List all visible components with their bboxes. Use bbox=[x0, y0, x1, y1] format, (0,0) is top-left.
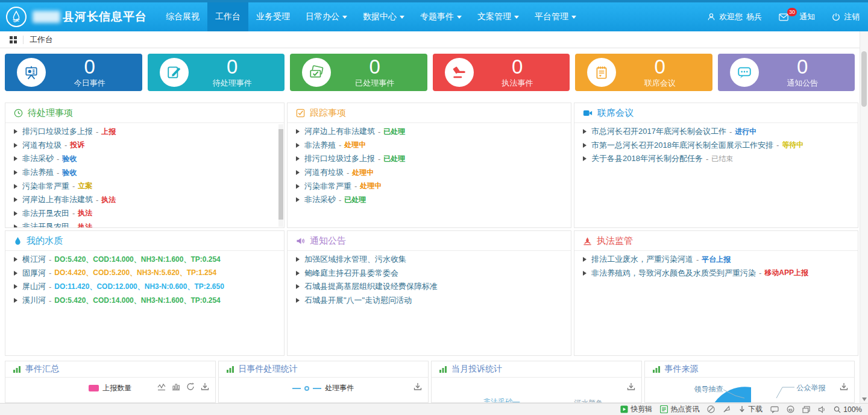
list-item[interactable]: 固厚河-DO:4.420、COD:5.200、NH3-N:5.620、TP:1.… bbox=[14, 267, 275, 280]
panel-header: 通知公告 bbox=[288, 231, 571, 251]
water-metrics: DO:5.420、COD:14.000、NH3-N:1.600、TP:0.254 bbox=[54, 296, 220, 306]
caret-right-icon bbox=[14, 184, 17, 189]
chart-daily-event-stats: 日事件处理统计 处理事件 bbox=[218, 361, 429, 403]
pie-label: 公众举报 bbox=[797, 383, 826, 393]
refresh-icon[interactable] bbox=[186, 382, 195, 391]
menu-item-overview[interactable]: 综合展视 bbox=[158, 2, 207, 31]
caret-right-icon bbox=[583, 156, 587, 161]
zoom-level: 100% bbox=[843, 405, 862, 414]
menu-item-workbench[interactable]: 工作台 bbox=[207, 2, 248, 31]
list-item[interactable]: 市总河长召开2017年底河长制会议工作-进行中 bbox=[583, 125, 849, 139]
menu-item-business[interactable]: 业务受理 bbox=[248, 2, 298, 31]
list-item[interactable]: 非法开垦农田-执法 bbox=[14, 207, 275, 221]
zoom-control[interactable]: 100% bbox=[834, 405, 862, 414]
bar-chart-toggle-icon[interactable] bbox=[172, 383, 180, 391]
list-item[interactable]: 河道有垃圾-处理中 bbox=[296, 166, 562, 180]
download-icon[interactable] bbox=[627, 382, 635, 391]
list-item[interactable]: 非法养殖-验收 bbox=[14, 166, 275, 180]
browser-engine-button[interactable] bbox=[787, 405, 794, 413]
list-item[interactable]: 河岸边上有非法建筑-执法 bbox=[14, 193, 275, 207]
accelerator-button[interactable] bbox=[707, 405, 715, 413]
apps-grid-icon[interactable] bbox=[10, 36, 17, 43]
list-item[interactable]: 关于各县2018年河长制分配任务-已结束 bbox=[583, 152, 849, 166]
menu-item-document-mgmt[interactable]: 文案管理 bbox=[470, 2, 527, 31]
status-badge: 验收 bbox=[62, 154, 77, 164]
feedback-button[interactable] bbox=[770, 406, 779, 413]
chart-header: 事件来源 bbox=[645, 361, 855, 378]
scrollbar-thumb[interactable] bbox=[278, 129, 283, 220]
list-item[interactable]: 石城县提高基层组织建设经费保障标准 bbox=[296, 280, 562, 294]
logout-button[interactable]: 注销 bbox=[832, 11, 860, 22]
list-item[interactable]: 污染非常严重-立案 bbox=[14, 179, 275, 193]
list-item[interactable]: 非法开垦农田-执法 bbox=[14, 220, 275, 228]
user-menu[interactable]: 欢迎您 杨兵 bbox=[707, 11, 762, 22]
stat-value: 0 bbox=[616, 57, 704, 77]
stat-card-handled-events[interactable]: 0 已处理事件 bbox=[290, 54, 427, 91]
download-icon[interactable] bbox=[201, 382, 209, 391]
list-item[interactable]: 非法采砂-验收 bbox=[14, 152, 275, 166]
panel-title: 我的水质 bbox=[27, 235, 63, 247]
caret-right-icon bbox=[296, 170, 300, 175]
list-item[interactable]: 排污口垃圾过多上报-上报 bbox=[14, 125, 275, 139]
list-item[interactable]: 溪川河-DO:5.420、COD:14.000、NH3-N:1.600、TP:0… bbox=[14, 294, 275, 308]
page-scrollbar[interactable] bbox=[860, 31, 868, 403]
list-item[interactable]: 非法养殖-处理中 bbox=[296, 139, 562, 153]
bar-chart-icon bbox=[13, 366, 21, 373]
list-item[interactable]: 加强区域排水管理、污水收集 bbox=[296, 253, 562, 267]
list-item[interactable]: 石城县开展"八一"走访慰问活动 bbox=[296, 294, 562, 308]
status-badge: 已处理 bbox=[383, 154, 405, 164]
line-chart-toggle-icon[interactable] bbox=[157, 383, 166, 391]
scrollbar-thumb[interactable] bbox=[861, 51, 867, 107]
panel-scrollbar[interactable] bbox=[278, 124, 283, 227]
news-icon bbox=[660, 405, 668, 413]
status-badge: 处理中 bbox=[352, 168, 374, 178]
caret-right-icon bbox=[14, 224, 17, 228]
pie-label: 非法采砂— bbox=[483, 397, 520, 403]
list-item[interactable]: 河道有垃圾-投诉 bbox=[14, 139, 275, 153]
list-item[interactable]: 横江河-DO:5.420、COD:14.000、NH3-N:1.600、TP:0… bbox=[14, 253, 275, 267]
e-browser-icon bbox=[787, 405, 794, 413]
list-item[interactable]: 河岸边上有非法建筑-已处理 bbox=[296, 125, 562, 139]
quick-clip-button[interactable]: 快剪辑 bbox=[620, 404, 652, 414]
mute-button[interactable] bbox=[818, 406, 826, 413]
list-item[interactable]: 屏山河-DO:11.420、COD:12.000、NH3-N:0.600、TP:… bbox=[14, 280, 275, 294]
chart-legend[interactable]: 处理事件 bbox=[219, 383, 429, 393]
edit-icon bbox=[166, 65, 182, 80]
list-item[interactable]: 鲍峰庭主持召开县委常委会 bbox=[296, 267, 562, 280]
chart-header: 当月投诉统计 bbox=[432, 361, 641, 378]
stat-card-notices[interactable]: 0 通知公告 bbox=[718, 54, 855, 91]
panel-title: 跟踪事项 bbox=[310, 107, 346, 119]
stat-card-pending-events[interactable]: 0 待处理事件 bbox=[148, 54, 285, 91]
message-bubble-icon bbox=[770, 406, 779, 413]
status-badge: 投诉 bbox=[70, 140, 84, 150]
flag-button[interactable] bbox=[723, 405, 731, 413]
presentation-icon bbox=[24, 65, 39, 80]
stat-card-enforcement-events[interactable]: 0 执法事件 bbox=[433, 54, 570, 91]
status-badge: 处理中 bbox=[344, 140, 366, 150]
chevron-down-icon bbox=[400, 16, 404, 19]
list-item[interactable]: 非法采砂-已处理 bbox=[296, 193, 562, 207]
menu-item-data-center[interactable]: 数据中心 bbox=[355, 2, 412, 31]
list-item[interactable]: 排法工业废水，严重污染河道-平台上报 bbox=[583, 253, 849, 267]
menu-item-special-events[interactable]: 专题事件 bbox=[412, 2, 470, 31]
play-square-icon bbox=[620, 405, 628, 413]
menu-item-platform-mgmt[interactable]: 平台管理 bbox=[527, 2, 584, 31]
menu-item-daily-office[interactable]: 日常办公 bbox=[298, 2, 355, 31]
stat-label: 待处理事件 bbox=[189, 78, 277, 89]
download-icon[interactable] bbox=[414, 382, 422, 391]
list-item[interactable]: 市第一总河长召开2018年底河长制全面展示工作安排-等待中 bbox=[583, 139, 849, 153]
caret-right-icon bbox=[583, 271, 587, 276]
legend-swatch bbox=[89, 385, 99, 391]
list-item[interactable]: 污染非常严重-处理中 bbox=[296, 179, 562, 193]
stat-card-today-events[interactable]: 0 今日事件 bbox=[5, 54, 142, 91]
stat-card-joint-meetings[interactable]: 0 联席会议 bbox=[575, 54, 712, 91]
list-item[interactable]: 排污口垃圾过多上报-已处理 bbox=[296, 152, 562, 166]
download-manager-button[interactable]: 下载 bbox=[738, 404, 763, 414]
hot-news-button[interactable]: 热点资讯 bbox=[660, 404, 699, 414]
window-mode-button[interactable] bbox=[802, 406, 810, 413]
chart-header: 日事件处理统计 bbox=[219, 361, 429, 378]
notifications-button[interactable]: 30 通知 bbox=[779, 11, 815, 22]
scrollbar-down-arrow[interactable] bbox=[862, 398, 867, 401]
bar-chart-icon bbox=[652, 366, 661, 373]
list-item[interactable]: 非法养殖鸡，导致河水颜色及水质受到严重污染-移动APP上报 bbox=[583, 267, 849, 280]
